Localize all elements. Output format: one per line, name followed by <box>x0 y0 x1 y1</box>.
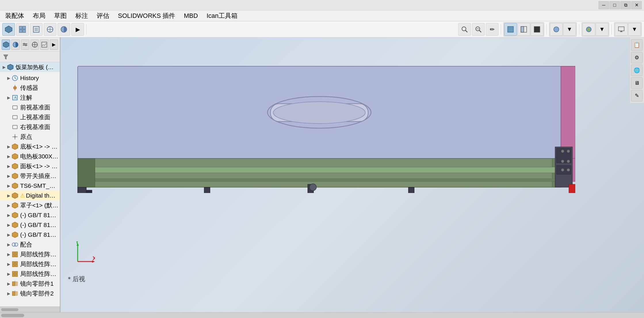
maximize-button[interactable]: ⧉ <box>620 1 631 9</box>
rp-display-btn[interactable]: 🖥 <box>631 77 643 89</box>
tree-item-history[interactable]: ▶ History <box>0 73 60 83</box>
svg-rect-67 <box>12 262 15 264</box>
minimize-button[interactable]: ─ <box>599 1 609 9</box>
toolbar-more-btn[interactable]: ▶ <box>71 23 84 36</box>
sidebar-scrollbar[interactable] <box>0 306 60 312</box>
svg-rect-80 <box>15 292 18 296</box>
menu-mark[interactable]: 标注 <box>71 10 92 21</box>
menu-solidworks[interactable]: SOLIDWORKS 插件 <box>114 10 179 21</box>
sb-display-btn[interactable] <box>11 39 20 50</box>
svg-marker-0 <box>5 26 12 33</box>
menu-evaluate[interactable]: 评估 <box>93 10 113 21</box>
tree-item-digital-therm[interactable]: ▶ ⚠ Digital thermometer... <box>0 191 60 200</box>
toolbar-view2-btn[interactable] <box>517 23 530 36</box>
3d-viewport[interactable]: X Y ＊后视 📋 ⚙ 🌐 🖥 ✎ <box>60 37 644 312</box>
svg-rect-65 <box>12 255 15 257</box>
svg-rect-47 <box>13 125 17 129</box>
sb-config-btn[interactable] <box>21 39 29 50</box>
mirror2-icon <box>11 289 19 298</box>
tree-item-face-plate[interactable]: ▶ 面板<1> -> (默认) <<默认> <box>0 161 60 171</box>
svg-rect-98 <box>78 187 86 193</box>
toolbar-assembly-btn[interactable] <box>16 23 29 36</box>
screw2-label: (-) GB/T 818-2000[十字槽 <box>20 221 59 229</box>
toolbar-view3-btn[interactable] <box>531 23 543 36</box>
sb-more-btn[interactable]: ▶ <box>50 39 58 50</box>
restore-button[interactable]: □ <box>609 1 620 9</box>
tree-item-screw2[interactable]: ▶ (-) GB/T 818-2000[十字槽 <box>0 220 60 230</box>
cover-label: 罩子<1> (默认) <<默认>_ <box>20 201 59 209</box>
close-button[interactable]: ✕ <box>631 1 642 9</box>
menu-layout[interactable]: 布局 <box>29 10 49 21</box>
tree-root-node[interactable]: ▶ 饭菜加热板 (默认) <显示状态-3 <box>0 62 60 72</box>
tree-item-pattern3[interactable]: ▶ 局部线性阵列3 <box>0 269 60 279</box>
svg-marker-55 <box>12 183 18 189</box>
toolbar-color-btn[interactable] <box>582 23 595 36</box>
toolbar-monitor-btn[interactable] <box>615 23 628 36</box>
toolbar-search1-btn[interactable] <box>458 23 471 36</box>
tree-item-screw3[interactable]: ▶ (-) GB/T 818-2000[十字槽 <box>0 230 60 240</box>
toolbar-view1-btn[interactable] <box>504 23 517 36</box>
axis-indicator: X Y <box>69 241 95 269</box>
pattern2-arrow: ▶ <box>6 262 11 266</box>
svg-rect-69 <box>12 264 15 267</box>
tree-item-sensor[interactable]: 传感器 <box>0 83 60 93</box>
tree-item-cover[interactable]: ▶ 罩子<1> (默认) <<默认>_ <box>0 200 60 210</box>
switch-socket-label: 带开关插座<1> (默认) <<默认 <box>20 172 59 180</box>
svg-rect-68 <box>15 262 18 264</box>
toolbar-monitor-arrow[interactable]: ▼ <box>628 23 641 36</box>
tree-item-origin[interactable]: 原点 <box>0 132 60 142</box>
pattern3-label: 局部线性阵列3 <box>20 270 59 278</box>
toolbar-drawing-btn[interactable] <box>30 23 43 36</box>
tree-item-bottom-plate[interactable]: ▶ 底板<1> -> (默认) <<默认> <box>0 142 60 152</box>
tree-item-pattern2[interactable]: ▶ 局部线性阵列2 <box>0 259 60 269</box>
rp-note-btn[interactable]: ✎ <box>631 90 643 101</box>
sensor-icon <box>11 84 19 92</box>
rp-properties-btn[interactable]: 📋 <box>631 39 643 51</box>
menu-mbd[interactable]: MBD <box>180 11 202 21</box>
svg-marker-56 <box>12 193 18 198</box>
tree-item-right-plane[interactable]: 右视基准面 <box>0 122 60 132</box>
toolbar-display-arrow[interactable]: ▼ <box>563 23 576 36</box>
mate-arrow: ▶ <box>6 242 11 247</box>
mate-label: 配合 <box>20 241 59 249</box>
toolbar-display-btn[interactable] <box>58 23 70 36</box>
svg-rect-36 <box>42 42 47 47</box>
svg-point-22 <box>554 27 559 32</box>
svg-rect-63 <box>12 252 15 254</box>
tree-item-heat-plate[interactable]: ▶ 电热板300X150<1> (默认> <box>0 152 60 161</box>
sb-scene-btn[interactable] <box>40 39 48 50</box>
tree-item-mirror2[interactable]: ▶ 镜向零部件2 <box>0 289 60 298</box>
rp-scene-btn[interactable]: 🌐 <box>631 65 643 76</box>
scroll-thumb[interactable] <box>1 314 24 317</box>
svg-rect-99 <box>86 190 92 193</box>
menu-assemble[interactable]: 装配体 <box>1 10 28 21</box>
tree-item-screw1[interactable]: ▶ (-) GB/T 818-2000[十字槽 <box>0 210 60 220</box>
toolbar-edit-btn[interactable]: ✏ <box>486 23 498 36</box>
heat-plate-icon <box>11 152 19 160</box>
toolbar-display1-btn[interactable] <box>550 23 563 36</box>
bottom-scrollbar[interactable] <box>0 312 644 318</box>
cover-icon <box>11 201 19 209</box>
toolbar-color-arrow[interactable]: ▼ <box>596 23 608 36</box>
toolbar-ref-btn[interactable] <box>44 23 56 36</box>
tree-item-top-plane[interactable]: 上视基准面 <box>0 112 60 122</box>
menu-sketch[interactable]: 草图 <box>50 10 71 21</box>
tree-item-front-plane[interactable]: 前视基准面 <box>0 103 60 112</box>
toolbar-part-btn[interactable] <box>2 23 15 36</box>
toolbar-search2-btn[interactable] <box>472 23 485 36</box>
tree-item-annotation[interactable]: ▶ A 注解 <box>0 93 60 103</box>
tree-item-ts6-switch[interactable]: ▶ TS6-SMT_H-5.0开关<1> (默 <box>0 181 60 191</box>
tree-item-mirror1[interactable]: ▶ 镜向零部件1 <box>0 279 60 289</box>
tree-item-switch-socket[interactable]: ▶ 带开关插座<1> (默认) <<默认 <box>0 171 60 181</box>
menu-ican[interactable]: Ican工具箱 <box>202 10 242 21</box>
sb-part-btn[interactable] <box>2 39 10 50</box>
sb-ref-btn[interactable] <box>30 39 39 50</box>
tree-item-pattern1[interactable]: ▶ 局部线性阵列1 <box>0 249 60 259</box>
toolbar-color-group: ▼ <box>582 22 609 37</box>
svg-rect-20 <box>521 26 524 32</box>
tree-item-mate[interactable]: ▶ 配合 <box>0 240 60 249</box>
svg-rect-18 <box>508 26 513 32</box>
front-plane-icon <box>11 103 19 111</box>
rp-settings-btn[interactable]: ⚙ <box>631 52 643 63</box>
svg-rect-86 <box>561 66 575 158</box>
